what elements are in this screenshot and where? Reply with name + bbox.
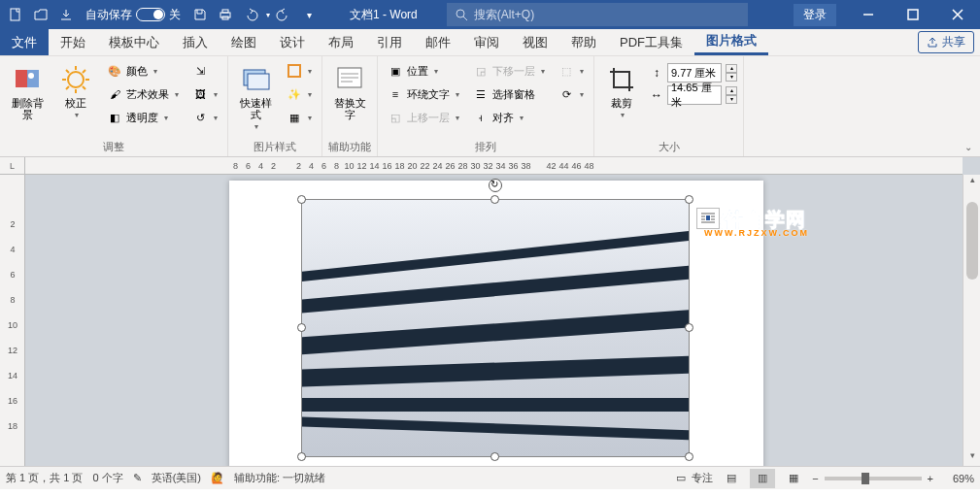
- svg-rect-11: [248, 74, 269, 89]
- tab-file[interactable]: 文件: [0, 29, 49, 55]
- print-layout-icon[interactable]: ▥: [750, 469, 775, 488]
- layout-options-button[interactable]: [696, 208, 720, 229]
- spinner-icon[interactable]: ▴▾: [727, 64, 737, 82]
- tab-pdf[interactable]: PDF工具集: [608, 29, 694, 55]
- compress-button[interactable]: ⇲: [188, 60, 221, 82]
- collapse-ribbon-icon[interactable]: ⌄: [964, 142, 972, 152]
- rotation-handle[interactable]: [489, 179, 502, 192]
- zoom-out-button[interactable]: −: [812, 473, 818, 484]
- color-button[interactable]: 🎨颜色▾: [103, 60, 183, 82]
- width-field[interactable]: ↔ 14.65 厘米 ▴▾: [649, 85, 737, 105]
- login-button[interactable]: 登录: [794, 4, 836, 26]
- corrections-label: 校正: [65, 97, 86, 109]
- focus-mode[interactable]: 专注: [692, 471, 713, 485]
- ruler-tab-selector[interactable]: L: [0, 157, 25, 175]
- scroll-up-icon[interactable]: ▴: [963, 175, 980, 190]
- picture-effects-button[interactable]: ✨▾: [283, 83, 316, 105]
- rotate-button[interactable]: ⟳▾: [555, 83, 588, 105]
- corrections-button[interactable]: 校正 ▾: [54, 60, 97, 123]
- wrap-text-button[interactable]: ≡环绕文字▾: [384, 83, 463, 105]
- reset-icon: ↺: [192, 110, 208, 125]
- read-mode-icon[interactable]: ▤: [719, 469, 744, 488]
- scrollbar-thumb[interactable]: [966, 202, 978, 280]
- tab-insert[interactable]: 插入: [171, 29, 220, 55]
- quick-styles-button[interactable]: 快速样式 ▾: [234, 60, 277, 135]
- alt-text-button[interactable]: 替换文字: [328, 60, 371, 124]
- forward-icon: ◱: [388, 110, 403, 125]
- resize-handle-sw[interactable]: [297, 452, 306, 461]
- search-input[interactable]: 搜索(Alt+Q): [447, 3, 748, 26]
- vertical-scrollbar[interactable]: ▴ ▾: [963, 175, 980, 466]
- crop-button[interactable]: 裁剪 ▾: [600, 60, 643, 123]
- open-file-icon[interactable]: [29, 3, 52, 26]
- web-layout-icon[interactable]: ▦: [781, 469, 806, 488]
- page-status[interactable]: 第 1 页，共 1 页: [6, 471, 83, 485]
- vertical-ruler[interactable]: 24681012141618: [0, 175, 25, 466]
- export-icon[interactable]: [54, 3, 78, 26]
- tab-view[interactable]: 视图: [511, 29, 559, 55]
- accessibility-status[interactable]: 辅助功能: 一切就绪: [234, 471, 325, 485]
- resize-handle-e[interactable]: [685, 323, 693, 332]
- layout-icon: ▦: [287, 110, 302, 125]
- tab-layout[interactable]: 布局: [317, 29, 365, 55]
- tab-draw[interactable]: 绘图: [220, 29, 268, 55]
- spinner-icon[interactable]: ▴▾: [727, 86, 737, 104]
- resize-handle-se[interactable]: [685, 452, 693, 461]
- language-status[interactable]: 英语(美国): [152, 471, 201, 485]
- tab-mailings[interactable]: 邮件: [414, 29, 462, 55]
- zoom-in-button[interactable]: +: [928, 473, 933, 484]
- minimize-icon[interactable]: [846, 0, 891, 29]
- tab-template[interactable]: 模板中心: [97, 29, 171, 55]
- print-icon[interactable]: [214, 3, 237, 26]
- reset-picture-button[interactable]: ↺▾: [188, 107, 221, 128]
- toggle-switch-icon[interactable]: [136, 8, 165, 21]
- spellcheck-icon[interactable]: ✎: [133, 472, 142, 484]
- save-icon[interactable]: [188, 3, 212, 26]
- tab-home[interactable]: 开始: [49, 29, 97, 55]
- scroll-down-icon[interactable]: ▾: [963, 450, 980, 466]
- compress-icon: ⇲: [192, 63, 208, 79]
- artistic-effects-button[interactable]: 🖌艺术效果▾: [103, 83, 183, 105]
- new-file-icon[interactable]: [4, 3, 27, 26]
- tab-review[interactable]: 审阅: [462, 29, 511, 55]
- resize-handle-ne[interactable]: [685, 195, 693, 204]
- selection-pane-button[interactable]: ☰选择窗格: [469, 83, 549, 105]
- qat-customize-icon[interactable]: ▾: [297, 3, 321, 26]
- height-field[interactable]: ↕ 9.77 厘米 ▴▾: [649, 63, 737, 83]
- tab-references[interactable]: 引用: [365, 29, 414, 55]
- tab-help[interactable]: 帮助: [559, 29, 608, 55]
- svg-rect-5: [908, 10, 918, 19]
- remove-background-button[interactable]: 删除背景: [6, 60, 49, 124]
- resize-handle-s[interactable]: [490, 452, 499, 461]
- group-button[interactable]: ⬚▾: [555, 60, 588, 82]
- resize-handle-nw[interactable]: [297, 195, 306, 204]
- page-viewport[interactable]: 软件自学网 WWW.RJZXW.COM: [25, 175, 963, 466]
- position-button[interactable]: ▣位置▾: [384, 60, 463, 82]
- share-icon: [927, 37, 938, 49]
- horizontal-ruler[interactable]: 8642246810121416182022242628303234363842…: [25, 157, 963, 175]
- bring-forward-button[interactable]: ◱上移一层▾: [384, 107, 463, 128]
- tab-design[interactable]: 设计: [268, 29, 317, 55]
- zoom-slider[interactable]: [825, 477, 922, 480]
- undo-icon[interactable]: [239, 3, 262, 26]
- picture-layout-button[interactable]: ▦▾: [283, 107, 316, 128]
- zoom-slider-knob[interactable]: [862, 473, 869, 484]
- resize-handle-w[interactable]: [297, 323, 306, 332]
- change-picture-button[interactable]: 🖼▾: [188, 83, 221, 105]
- align-button[interactable]: ⫞对齐▾: [469, 107, 549, 128]
- selected-image[interactable]: 软件自学网 WWW.RJZXW.COM: [302, 200, 689, 456]
- send-backward-button[interactable]: ◲下移一层▾: [469, 60, 549, 82]
- transparency-button[interactable]: ◧透明度▾: [103, 107, 183, 128]
- share-button[interactable]: 共享: [918, 31, 974, 53]
- resize-handle-n[interactable]: [490, 195, 499, 204]
- ribbon-group-accessibility: 替换文字 辅助功能: [322, 56, 378, 156]
- picture-border-button[interactable]: ▾: [283, 60, 316, 82]
- zoom-percent[interactable]: 69%: [939, 473, 974, 484]
- word-count[interactable]: 0 个字: [92, 471, 122, 485]
- tab-picture-format[interactable]: 图片格式: [694, 29, 768, 55]
- maximize-icon[interactable]: [891, 0, 935, 29]
- close-icon[interactable]: [935, 0, 980, 29]
- autosave-toggle[interactable]: 自动保存 关: [80, 7, 186, 23]
- redo-icon[interactable]: [272, 3, 295, 26]
- menu-bar: 文件 开始 模板中心 插入 绘图 设计 布局 引用 邮件 审阅 视图 帮助 PD…: [0, 29, 980, 56]
